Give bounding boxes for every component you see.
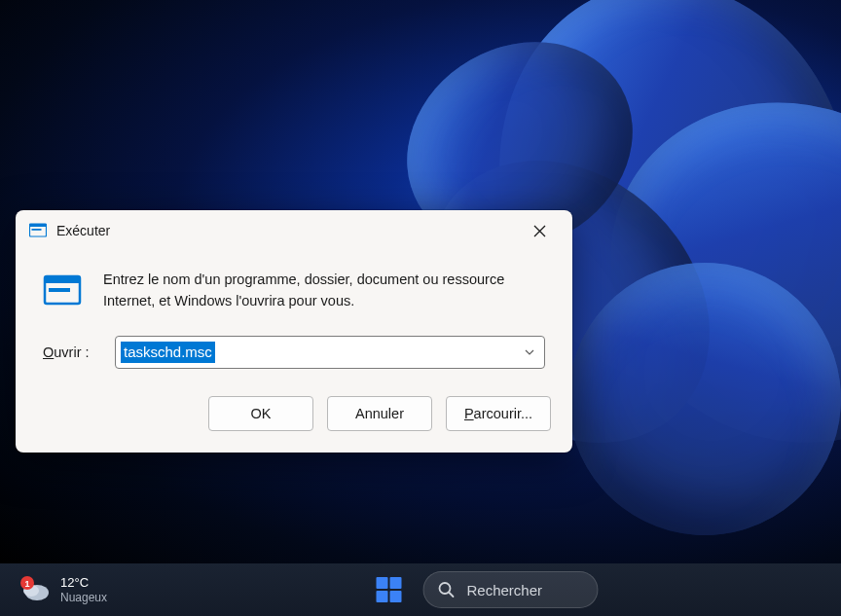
dialog-description: Entrez le nom d'un programme, dossier, d…	[103, 269, 545, 312]
windows-logo-icon	[377, 577, 402, 602]
search-placeholder: Rechercher	[467, 582, 543, 598]
svg-rect-5	[49, 288, 70, 292]
dialog-title: Exécuter	[56, 223, 518, 238]
taskbar: 1 12°C Nuageux Rechercher	[0, 563, 841, 616]
weather-text: 12°C Nuageux	[60, 575, 107, 604]
close-button[interactable]	[518, 216, 561, 245]
run-dialog-icon	[29, 222, 47, 239]
combobox-dropdown-button[interactable]	[515, 346, 544, 358]
weather-temperature: 12°C	[60, 575, 107, 591]
open-label: Ouvrir :	[43, 344, 101, 360]
weather-icon: 1	[19, 575, 51, 604]
chevron-down-icon	[524, 346, 535, 358]
svg-rect-2	[32, 229, 42, 231]
run-icon	[43, 271, 82, 309]
weather-condition: Nuageux	[60, 591, 107, 604]
taskbar-center: Rechercher	[243, 563, 599, 616]
dialog-content: Entrez le nom d'un programme, dossier, d…	[16, 247, 572, 322]
ok-button[interactable]: OK	[208, 396, 313, 431]
search-icon	[438, 581, 456, 598]
open-input-row: Ouvrir : taskschd.msc	[16, 322, 572, 373]
svg-text:1: 1	[24, 579, 29, 589]
svg-point-10	[440, 583, 451, 594]
titlebar[interactable]: Exécuter	[16, 210, 572, 247]
weather-widget[interactable]: 1 12°C Nuageux	[12, 571, 115, 608]
svg-rect-4	[45, 276, 80, 283]
open-combobox[interactable]: taskschd.msc	[115, 336, 545, 369]
run-dialog: Exécuter Entrez le nom d'un programme, d…	[16, 210, 572, 453]
start-button[interactable]	[365, 569, 414, 610]
taskbar-search[interactable]: Rechercher	[423, 571, 599, 608]
close-icon	[533, 225, 546, 237]
cancel-button[interactable]: Annuler	[327, 396, 432, 431]
dialog-buttons: OK Annuler Parcourir...	[16, 373, 572, 453]
svg-line-11	[450, 593, 454, 597]
browse-button[interactable]: Parcourir...	[446, 396, 551, 431]
desktop-background: Exécuter Entrez le nom d'un programme, d…	[0, 0, 841, 563]
svg-rect-1	[30, 224, 47, 227]
open-input-selection: taskschd.msc	[121, 342, 215, 363]
